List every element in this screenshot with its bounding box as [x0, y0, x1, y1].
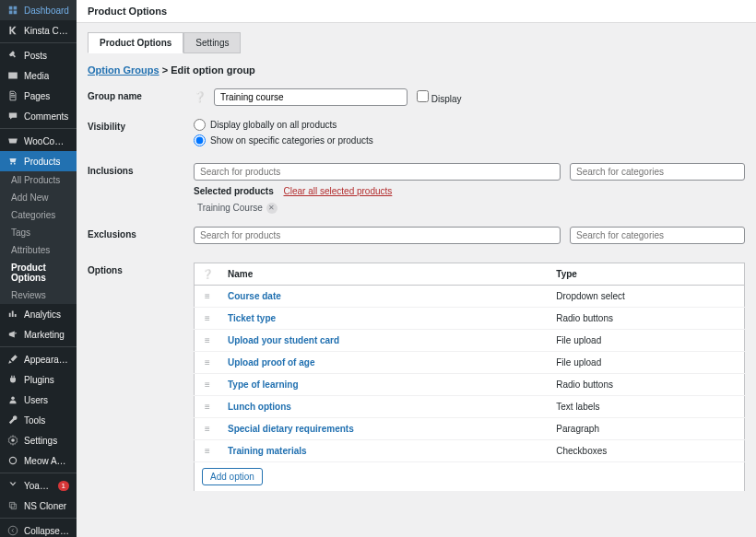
- group-name-input[interactable]: [214, 88, 408, 106]
- sidebar-item-woocommerce[interactable]: WooCommerce: [0, 131, 77, 151]
- option-name-link[interactable]: Type of learning: [228, 379, 299, 390]
- exclusions-search-categories[interactable]: [570, 227, 745, 244]
- visibility-global[interactable]: Display globally on all products: [194, 119, 745, 131]
- circle-icon: [7, 455, 18, 466]
- option-name-link[interactable]: Lunch options: [228, 402, 291, 412]
- visibility-label: Visibility: [88, 119, 194, 132]
- sidebar-item-comments[interactable]: Comments: [0, 106, 77, 126]
- clear-selected-link[interactable]: Clear all selected products: [283, 186, 392, 196]
- collapse-menu[interactable]: Collapse menu: [0, 520, 77, 537]
- options-table: ❔ Name Type ≡Course dateDropdown select≡…: [194, 263, 745, 492]
- inclusions-search-categories[interactable]: [570, 163, 745, 181]
- tabs: Product Options Settings: [88, 32, 745, 53]
- option-name-link[interactable]: Special dietary requirements: [228, 424, 354, 434]
- sidebar-item-label: Appearance: [24, 355, 69, 365]
- option-name-link[interactable]: Upload your student card: [228, 335, 339, 345]
- option-name-link[interactable]: Course date: [228, 291, 281, 301]
- drag-handle-icon[interactable]: ≡: [195, 439, 221, 461]
- drag-handle-icon[interactable]: ≡: [195, 285, 221, 307]
- sidebar-item-yoast-seo[interactable]: Yoast SEO1: [0, 475, 77, 496]
- admin-sidebar: DashboardKinsta Cache PostsMediaPagesCom…: [0, 0, 77, 537]
- tab-product-options[interactable]: Product Options: [88, 32, 183, 53]
- breadcrumb-link[interactable]: Option Groups: [88, 64, 159, 76]
- help-icon[interactable]: ❔: [194, 91, 207, 103]
- option-type: Radio buttons: [549, 373, 744, 395]
- group-name-label: Group name: [88, 88, 194, 101]
- sidebar-sub-add-new[interactable]: Add New: [0, 189, 77, 206]
- drag-handle-icon[interactable]: ≡: [195, 417, 221, 439]
- drag-handle-icon[interactable]: ≡: [195, 307, 221, 329]
- plug-icon: [7, 374, 18, 385]
- cart-icon: [7, 156, 18, 167]
- sidebar-item-label: Kinsta Cache: [24, 26, 69, 36]
- breadcrumb-sep: >: [162, 64, 168, 76]
- sidebar-item-analytics[interactable]: Analytics: [0, 304, 77, 324]
- option-type: Dropdown select: [549, 285, 744, 307]
- visibility-global-radio[interactable]: [194, 119, 206, 131]
- sidebar-item-label: Media: [24, 71, 49, 81]
- breadcrumb-current: Edit option group: [171, 64, 255, 76]
- tab-settings[interactable]: Settings: [183, 32, 241, 53]
- type-header: Type: [549, 263, 744, 285]
- sidebar-item-appearance[interactable]: Appearance: [0, 349, 77, 369]
- sidebar-item-dashboard[interactable]: Dashboard: [0, 0, 77, 20]
- sidebar-item-pages[interactable]: Pages: [0, 86, 77, 106]
- sidebar-item-plugins[interactable]: Plugins: [0, 369, 77, 390]
- page-title: Product Options: [77, 0, 756, 23]
- media-icon: [7, 70, 18, 81]
- visibility-specific-radio[interactable]: [194, 134, 206, 146]
- sidebar-sub-reviews[interactable]: Reviews: [0, 286, 77, 304]
- sidebar-item-ns-cloner[interactable]: NS Cloner: [0, 496, 77, 516]
- collapse-label: Collapse menu: [24, 526, 69, 536]
- sidebar-item-label: Yoast SEO: [24, 481, 50, 491]
- sidebar-item-label: Posts: [24, 51, 47, 61]
- option-type: File upload: [549, 351, 744, 373]
- drag-handle-icon[interactable]: ≡: [195, 395, 221, 417]
- selected-chip: Training Course ✕: [194, 203, 278, 214]
- drag-handle-icon[interactable]: ≡: [195, 373, 221, 395]
- display-checkbox[interactable]: [417, 90, 429, 102]
- gear-icon: [7, 435, 18, 446]
- sidebar-sub-categories[interactable]: Categories: [0, 206, 77, 224]
- sidebar-item-marketing[interactable]: Marketing: [0, 324, 77, 344]
- option-name-link[interactable]: Ticket type: [228, 313, 276, 323]
- option-name-link[interactable]: Training materials: [228, 446, 307, 456]
- drag-handle-icon[interactable]: ≡: [195, 351, 221, 373]
- sidebar-item-media[interactable]: Media: [0, 65, 77, 86]
- chart-icon: [7, 309, 18, 320]
- user-icon: [7, 394, 18, 405]
- exclusions-search-products[interactable]: [194, 227, 561, 244]
- sidebar-item-posts[interactable]: Posts: [0, 45, 77, 65]
- drag-handle-icon[interactable]: ≡: [195, 329, 221, 351]
- sidebar-item-users[interactable]: Users: [0, 390, 77, 410]
- page-icon: [7, 90, 18, 101]
- option-name-link[interactable]: Upload proof of age: [228, 357, 314, 368]
- table-row: ≡Lunch optionsText labels: [195, 395, 745, 417]
- chip-remove-icon[interactable]: ✕: [266, 203, 278, 214]
- sidebar-item-label: Pages: [24, 91, 50, 101]
- sidebar-item-settings[interactable]: Settings: [0, 430, 77, 450]
- sidebar-item-label: Tools: [24, 415, 45, 426]
- sidebar-sub-tags[interactable]: Tags: [0, 224, 77, 241]
- table-row: ≡Type of learningRadio buttons: [195, 373, 745, 395]
- sidebar-sub-attributes[interactable]: Attributes: [0, 241, 77, 259]
- y-icon: [7, 480, 18, 491]
- add-option-button[interactable]: Add option: [202, 468, 263, 485]
- inclusions-search-products[interactable]: [194, 163, 561, 181]
- display-label: Display: [431, 94, 462, 104]
- sidebar-sub-all-products[interactable]: All Products: [0, 171, 77, 189]
- sidebar-item-products[interactable]: Products: [0, 151, 77, 171]
- sidebar-item-meow-apps[interactable]: Meow Apps: [0, 450, 77, 471]
- table-row: ≡Ticket typeRadio buttons: [195, 307, 745, 329]
- visibility-specific[interactable]: Show on specific categories or products: [194, 134, 745, 146]
- display-checkbox-wrap[interactable]: Display: [417, 90, 462, 104]
- k-icon: [7, 25, 18, 36]
- comment-icon: [7, 111, 18, 122]
- sidebar-item-label: Plugins: [24, 375, 54, 385]
- help-header-icon: ❔: [195, 263, 221, 285]
- sidebar-sub-product-options[interactable]: Product Options: [0, 259, 77, 286]
- sidebar-item-kinsta-cache[interactable]: Kinsta Cache: [0, 20, 77, 41]
- sidebar-item-label: WooCommerce: [24, 136, 69, 146]
- sidebar-item-tools[interactable]: Tools: [0, 410, 77, 430]
- brush-icon: [7, 354, 18, 365]
